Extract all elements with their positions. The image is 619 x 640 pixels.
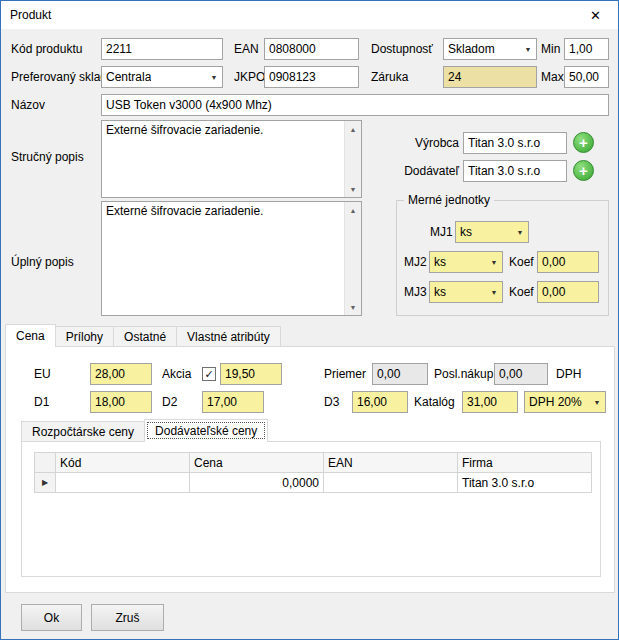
strucny-popis-scrollbar[interactable]: ▲ ▼	[344, 121, 361, 197]
kod-produktu-input[interactable]	[101, 38, 223, 60]
d3-input[interactable]	[352, 391, 408, 413]
dodavatel-label: Dodávateľ	[397, 160, 459, 182]
preferovany-sklad-value: Centrala	[106, 70, 151, 84]
chevron-down-icon: ▼	[486, 289, 502, 296]
dostupnost-label: Dostupnosť	[371, 38, 433, 60]
vyrobca-input[interactable]	[463, 132, 567, 154]
jkpov-input[interactable]	[264, 66, 359, 88]
subtab-dodavatelske-ceny[interactable]: Dodávateľské ceny	[144, 419, 268, 442]
cell-ean[interactable]	[324, 473, 458, 493]
max-input[interactable]	[564, 66, 609, 88]
akcia-checkbox[interactable]: ✓	[202, 367, 216, 381]
dostupnost-select[interactable]: Skladom ▼	[443, 38, 537, 60]
d2-input[interactable]	[202, 391, 264, 413]
preferovany-sklad-select[interactable]: Centrala ▼	[101, 66, 223, 88]
dodavatel-input[interactable]	[463, 160, 567, 182]
titlebar[interactable]: Produkt ✕	[1, 1, 618, 29]
plus-icon: +	[579, 162, 588, 179]
tab-ostatne[interactable]: Ostatné	[113, 326, 177, 346]
scroll-up-icon[interactable]: ▲	[345, 202, 361, 218]
grid-selector-header	[35, 453, 56, 473]
price-subtabs: Rozpočtárske ceny Dodávateľské ceny	[21, 419, 267, 441]
akcia-label: Akcia	[162, 363, 191, 385]
mj3-label: MJ3	[404, 281, 427, 303]
katalog-input[interactable]	[462, 391, 518, 413]
uplny-popis-scrollbar[interactable]: ▲ ▼	[344, 202, 361, 315]
uplny-popis-textarea[interactable]: Externé šifrovacie zariadenie.	[102, 202, 344, 315]
add-vyrobca-button[interactable]: +	[573, 132, 594, 153]
tab-cena[interactable]: Cena	[5, 324, 56, 347]
uplny-popis-label: Úplný popis	[11, 251, 74, 273]
mj3-koef-input[interactable]	[537, 281, 599, 303]
mj2-label: MJ2	[404, 251, 427, 273]
main-tabs: Cena Prílohy Ostatné Vlastné atribúty	[5, 324, 280, 346]
grid-col-firma[interactable]: Firma	[458, 453, 592, 473]
merne-jednotky-title: Merné jednotky	[404, 193, 494, 207]
cell-kod[interactable]	[56, 473, 190, 493]
plus-icon: +	[579, 134, 588, 151]
tab-prilohy[interactable]: Prílohy	[55, 326, 114, 346]
scroll-down-icon[interactable]: ▼	[345, 181, 361, 197]
mj1-value: ks	[460, 225, 472, 239]
mj2-koef-input[interactable]	[537, 251, 599, 273]
cell-cena[interactable]: 0,0000	[190, 473, 324, 493]
uplny-popis-area: Externé šifrovacie zariadenie. ▲ ▼	[101, 201, 362, 316]
grid-header-row: Kód Cena EAN Firma	[35, 453, 592, 473]
akcia-price-input[interactable]	[220, 363, 282, 385]
nazov-input[interactable]	[101, 94, 609, 116]
mj3-koef-label: Koef	[509, 281, 534, 303]
mj1-select[interactable]: ks ▼	[455, 221, 529, 243]
merne-jednotky-group: Merné jednotky MJ1 ks ▼ MJ2 ks ▼ Koef MJ…	[396, 200, 609, 316]
mj2-value: ks	[434, 255, 446, 269]
mj2-koef-label: Koef	[509, 251, 534, 273]
vyrobca-label: Výrobca	[397, 132, 459, 154]
row-selector-cell[interactable]: ▶	[35, 473, 56, 493]
zaruka-input[interactable]	[443, 66, 537, 88]
mj3-select[interactable]: ks ▼	[429, 281, 503, 303]
grid-col-cena[interactable]: Cena	[190, 453, 324, 473]
cell-firma[interactable]: Titan 3.0 s.r.o	[458, 473, 592, 493]
min-input[interactable]	[564, 38, 609, 60]
strucny-popis-textarea[interactable]: Externé šifrovacie zariadenie.	[102, 121, 344, 197]
zaruka-label: Záruka	[371, 66, 408, 88]
dph-select[interactable]: DPH 20% ▼	[524, 391, 606, 413]
max-label: Max	[541, 66, 564, 88]
chevron-down-icon: ▼	[206, 74, 222, 81]
ean-input[interactable]	[264, 38, 359, 60]
close-button[interactable]: ✕	[573, 1, 618, 29]
grid-col-kod[interactable]: Kód	[56, 453, 190, 473]
supplier-price-grid: Kód Cena EAN Firma ▶ 0,0000 Titan 3.0 s.…	[34, 452, 592, 493]
row-marker-icon: ▶	[42, 478, 48, 487]
mj2-select[interactable]: ks ▼	[429, 251, 503, 273]
window-title: Produkt	[10, 1, 51, 29]
ok-button[interactable]: Ok	[21, 604, 82, 631]
zrus-button[interactable]: Zruš	[91, 604, 164, 631]
chevron-down-icon: ▼	[589, 399, 605, 406]
grid-col-ean[interactable]: EAN	[324, 453, 458, 473]
product-dialog: Produkt ✕ Kód produktu EAN Dostupnosť Sk…	[0, 0, 619, 640]
min-label: Min	[541, 38, 560, 60]
katalog-label: Katalóg	[414, 391, 455, 413]
eu-input[interactable]	[90, 363, 152, 385]
table-row[interactable]: ▶ 0,0000 Titan 3.0 s.r.o	[35, 473, 592, 493]
dph-label: DPH	[556, 363, 581, 385]
chevron-down-icon: ▼	[512, 229, 528, 236]
posl-nakup-label: Posl.nákup	[434, 363, 493, 385]
d3-label: D3	[324, 391, 339, 413]
preferovany-sklad-label: Preferovaný sklad	[11, 66, 107, 88]
mj3-value: ks	[434, 285, 446, 299]
close-icon: ✕	[590, 8, 601, 23]
priemer-label: Priemer	[324, 363, 366, 385]
ean-label: EAN	[234, 38, 259, 60]
scroll-down-icon[interactable]: ▼	[345, 299, 361, 315]
add-dodavatel-button[interactable]: +	[573, 160, 594, 181]
strucny-popis-area: Externé šifrovacie zariadenie. ▲ ▼	[101, 120, 362, 198]
mj1-label: MJ1	[430, 221, 453, 243]
scroll-up-icon[interactable]: ▲	[345, 121, 361, 137]
chevron-down-icon: ▼	[520, 46, 536, 53]
tab-vlastne-atributy[interactable]: Vlastné atribúty	[176, 326, 281, 346]
cena-tab-panel: EU Akcia ✓ Priemer Posl.nákup DPH D1 D2 …	[5, 346, 615, 593]
d1-input[interactable]	[90, 391, 152, 413]
subtab-rozpoctarske-ceny[interactable]: Rozpočtárske ceny	[21, 421, 145, 441]
priemer-input	[372, 363, 428, 385]
